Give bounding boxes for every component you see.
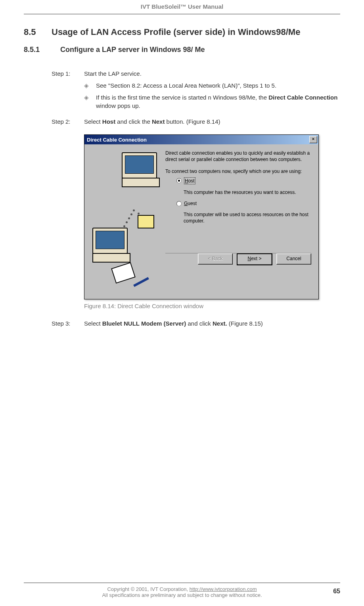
computer-icon — [122, 152, 157, 178]
step-text: Select Host and click the Next button. (… — [84, 118, 340, 126]
section-number: 8.5 — [24, 27, 52, 37]
radio-host[interactable]: Host — [176, 177, 311, 184]
dialog-window: Direct Cable Connection × — [84, 134, 319, 299]
radio-icon — [176, 178, 182, 183]
page-number: 65 — [333, 588, 340, 595]
step-label: Step 2: — [52, 118, 84, 125]
step-text: Start the LAP service. — [84, 70, 340, 78]
step-3: Step 3: Select Bluelet NULL Modem (Serve… — [52, 320, 340, 328]
bullet-text: See "Section 8.2: Access a Local Area Ne… — [96, 82, 276, 90]
host-description: This computer has the resources you want… — [184, 189, 311, 196]
subsection-number: 8.5.1 — [24, 46, 60, 54]
close-button[interactable]: × — [309, 136, 317, 143]
subsection-title: Configure a LAP server in Windows 98/ Me — [60, 46, 205, 54]
next-button[interactable]: Next > — [237, 253, 272, 265]
paper-icon — [111, 262, 136, 284]
back-button[interactable]: < Back — [198, 253, 233, 265]
cancel-button[interactable]: Cancel — [276, 253, 311, 265]
pen-icon — [133, 277, 149, 287]
footer-disclaimer: All specifications are preliminary and s… — [24, 592, 340, 598]
guest-description: This computer will be used to access res… — [184, 211, 311, 224]
radio-guest[interactable]: Guest — [176, 200, 311, 207]
dialog-prompt-text: To connect two computers now, specify wh… — [165, 168, 311, 175]
radio-label: Host — [184, 177, 195, 184]
yellow-box-icon — [138, 215, 154, 228]
bullet-icon: ◈ — [84, 82, 96, 90]
step-label: Step 1: — [52, 70, 84, 77]
step-2: Step 2: Select Host and click the Next b… — [52, 118, 340, 126]
section-title: Usage of LAN Access Profile (server side… — [52, 26, 300, 38]
page-header: IVT BlueSoleil™ User Manual — [24, 0, 340, 10]
bullet-item: ◈ If this is the first time the service … — [84, 94, 340, 110]
dialog-illustration — [90, 150, 161, 293]
page-footer: Copyright © 2001, IVT Corporation, http:… — [24, 583, 340, 598]
figure: Direct Cable Connection × — [84, 134, 340, 309]
dialog-title: Direct Cable Connection — [87, 137, 147, 143]
dialog-titlebar: Direct Cable Connection × — [84, 135, 318, 144]
copyright-text: Copyright © 2001, IVT Corporation, — [107, 586, 189, 592]
step-text: Select Bluelet NULL Modem (Server) and c… — [84, 320, 340, 328]
computer-icon — [92, 228, 128, 254]
section-heading: 8.5 Usage of LAN Access Profile (server … — [24, 26, 340, 38]
footer-link[interactable]: http://www.ivtcorporation.com — [190, 586, 257, 592]
bullet-icon: ◈ — [84, 94, 96, 102]
step-label: Step 3: — [52, 320, 84, 327]
step-1: Step 1: Start the LAP service. — [52, 70, 340, 78]
dialog-button-row: < Back Next > Cancel — [165, 253, 311, 265]
bullet-text: If this is the first time the service is… — [96, 94, 340, 110]
radio-label: Guest — [184, 200, 197, 207]
dialog-intro-text: Direct cable connection enables you to q… — [165, 150, 311, 163]
radio-icon — [176, 201, 182, 206]
bullet-item: ◈ See "Section 8.2: Access a Local Area … — [84, 82, 340, 90]
figure-caption: Figure 8.14: Direct Cable Connection win… — [84, 303, 340, 309]
header-divider — [24, 14, 340, 14]
subsection-heading: 8.5.1 Configure a LAP server in Windows … — [24, 46, 340, 54]
